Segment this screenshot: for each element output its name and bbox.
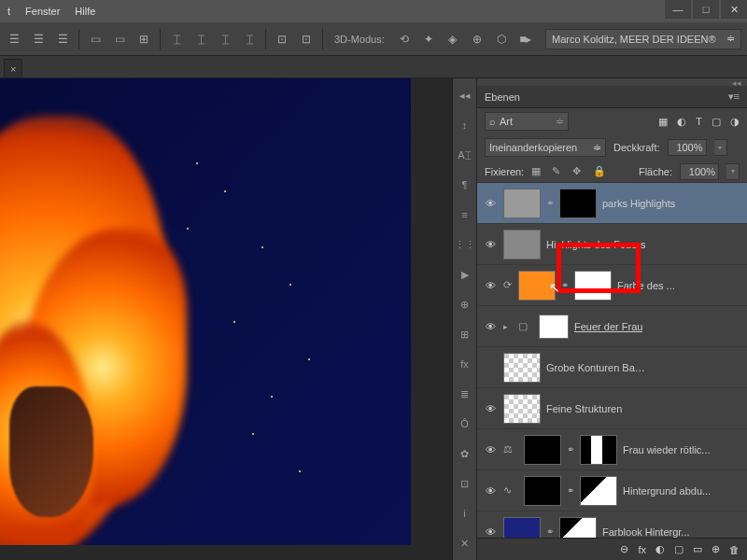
fx-icon[interactable]: fx — [638, 544, 646, 555]
layer-name[interactable]: Highlights des Feuers — [546, 239, 645, 250]
layer-row[interactable]: Grobe Konturen Backup — [477, 347, 747, 388]
layer-name[interactable]: parks Highlights — [602, 198, 675, 209]
close-button[interactable]: ✕ — [721, 0, 747, 19]
group-thumbnail[interactable] — [539, 315, 569, 339]
visibility-icon[interactable]: 👁 — [483, 280, 498, 291]
info-icon[interactable]: i — [456, 504, 474, 523]
filter-type-icon[interactable]: T — [696, 116, 702, 128]
adjustments-icon[interactable]: Ô — [456, 414, 474, 433]
layer-thumbnail[interactable] — [503, 230, 541, 259]
layer-mask-thumbnail[interactable] — [559, 189, 597, 218]
panel-icon[interactable]: ≡ — [456, 205, 474, 224]
distribute-icon[interactable]: ⊞ — [135, 31, 152, 48]
layer-name[interactable]: Farblook Hintergr... — [602, 526, 690, 538]
layer-thumbnail[interactable] — [518, 271, 556, 301]
layer-row[interactable]: 👁 ∿ ⚭ Hintergrund abdu... — [477, 470, 747, 511]
layer-row[interactable]: 👁 ⚭ parks Highlights — [477, 183, 747, 224]
swatches-icon[interactable]: ⊕ — [456, 295, 474, 314]
layer-name[interactable]: Frau wieder rötlic... — [623, 444, 711, 455]
layer-thumbnail[interactable] — [503, 517, 541, 539]
panel-icon[interactable]: ✕ — [456, 534, 474, 553]
menu-item-window[interactable]: Fenster — [25, 6, 60, 17]
fill-stepper[interactable]: ▾ — [726, 163, 740, 180]
align-icon[interactable]: ☰ — [54, 31, 71, 48]
visibility-icon[interactable]: 👁 — [483, 239, 498, 250]
application-menubar[interactable]: t Fenster Hilfe — [0, 0, 747, 22]
visibility-icon[interactable]: 👁 — [483, 526, 498, 538]
link-icon[interactable]: ⚭ — [567, 444, 574, 455]
link-icon[interactable]: ⚭ — [546, 198, 554, 208]
layer-kind-dropdown[interactable]: ⌕ Art ≑ — [485, 112, 569, 131]
link-layers-icon[interactable]: ⊖ — [620, 543, 628, 555]
3d-mesh-icon[interactable]: ◈ — [444, 31, 461, 48]
link-icon[interactable]: ⚭ — [561, 280, 569, 290]
disclosure-triangle-icon[interactable]: ▸ — [503, 322, 513, 331]
link-icon[interactable]: ⚭ — [567, 485, 574, 496]
3d-orbit-icon[interactable]: ⟲ — [396, 31, 413, 48]
layer-name[interactable]: Feine Strukturen — [546, 403, 622, 414]
menu-item[interactable]: t — [7, 6, 10, 17]
layer-mask-thumbnail[interactable] — [574, 271, 612, 301]
lock-transparency-icon[interactable]: ▦ — [531, 165, 544, 178]
layer-thumbnail[interactable] — [503, 394, 541, 424]
menu-item-help[interactable]: Hilfe — [75, 6, 95, 17]
filter-smart-icon[interactable]: ◑ — [730, 116, 740, 128]
actions-icon[interactable]: ▶ — [456, 265, 474, 284]
document-tab[interactable]: × — [4, 59, 22, 77]
panel-icon[interactable]: ≣ — [456, 385, 474, 403]
layer-thumbnail[interactable] — [503, 353, 541, 383]
visibility-icon[interactable]: 👁 — [483, 485, 498, 497]
layers-list[interactable]: 👁 ⚭ parks Highlights 👁 Highlights des Fe… — [477, 183, 747, 538]
visibility-icon[interactable]: 👁 — [483, 444, 498, 455]
opacity-stepper[interactable]: ▾ — [714, 139, 727, 156]
color-icon[interactable]: ✿ — [456, 444, 474, 463]
layer-name[interactable]: Feuer der Frau — [574, 321, 642, 332]
3d-shape-icon[interactable]: ⬡ — [493, 31, 510, 48]
layer-name[interactable]: Farbe des ... — [617, 280, 675, 291]
lock-all-icon[interactable]: 🔒 — [593, 165, 606, 178]
channels-icon[interactable]: ⊞ — [456, 325, 474, 343]
panel-menu-icon[interactable]: ▾≡ — [728, 91, 740, 103]
layer-name[interactable]: Grobe Konturen Backup — [546, 362, 649, 373]
filter-shape-icon[interactable]: ▢ — [712, 116, 721, 128]
layer-thumbnail[interactable] — [503, 189, 541, 218]
layer-group-row[interactable]: 👁 ▸ ▢ Feuer der Frau — [477, 306, 747, 347]
fill-field[interactable]: 100% — [680, 163, 719, 180]
maximize-button[interactable]: □ — [693, 0, 719, 19]
auto-icon[interactable]: ⊡ — [274, 31, 290, 48]
lock-position-icon[interactable]: ✥ — [572, 165, 585, 178]
visibility-icon[interactable]: 👁 — [483, 198, 498, 209]
layer-mask-thumbnail[interactable] — [580, 435, 617, 465]
3d-scale-icon[interactable]: ⊕ — [469, 31, 486, 48]
collapse-icon[interactable]: ◂◂ — [732, 78, 741, 86]
new-group-icon[interactable]: ▭ — [693, 543, 702, 555]
blend-mode-dropdown[interactable]: Ineinanderkopieren ≑ — [485, 138, 606, 157]
layer-row[interactable]: 👁 ⟳ ⚭ Farbe des ... — [477, 265, 747, 306]
minimize-button[interactable]: — — [665, 0, 691, 19]
close-tab-icon[interactable]: × — [10, 63, 16, 75]
new-layer-icon[interactable]: ⊕ — [712, 543, 720, 555]
layer-thumbnail[interactable] — [524, 476, 561, 506]
delete-layer-icon[interactable]: 🗑 — [729, 544, 740, 555]
layer-thumbnail[interactable] — [524, 435, 561, 465]
auto-icon[interactable]: ⊡ — [298, 31, 315, 48]
layer-row[interactable]: 👁 Highlights des Feuers — [477, 224, 747, 265]
paragraph-icon[interactable]: ¶ — [456, 175, 474, 194]
spacing-icon[interactable]: ⌶ — [192, 31, 209, 48]
visibility-icon[interactable]: 👁 — [483, 403, 498, 414]
lock-paint-icon[interactable]: ✎ — [552, 165, 565, 178]
align-icon[interactable]: ☰ — [6, 31, 22, 48]
filter-pixel-icon[interactable]: ▦ — [658, 116, 668, 128]
layer-name[interactable]: Hintergrund abdu... — [623, 485, 711, 497]
layer-row[interactable]: 👁 ⚖ ⚭ Frau wieder rötlic... — [477, 429, 747, 470]
navigator-icon[interactable]: ⊡ — [456, 474, 474, 493]
layer-mask-thumbnail[interactable] — [580, 476, 617, 506]
account-dropdown[interactable]: Marco Kolditz, MEER DER IDEEN® ≑ — [545, 29, 741, 49]
character-icon[interactable]: A⌶ — [456, 146, 474, 164]
distribute-icon[interactable]: ▭ — [111, 31, 128, 48]
artboard[interactable] — [0, 78, 411, 545]
spacing-icon[interactable]: ⌶ — [241, 31, 258, 48]
spacing-icon[interactable]: ⌶ — [168, 31, 185, 48]
layer-mask-thumbnail[interactable] — [559, 517, 597, 539]
brush-preset-icon[interactable]: ⋮⋮ — [456, 235, 474, 254]
